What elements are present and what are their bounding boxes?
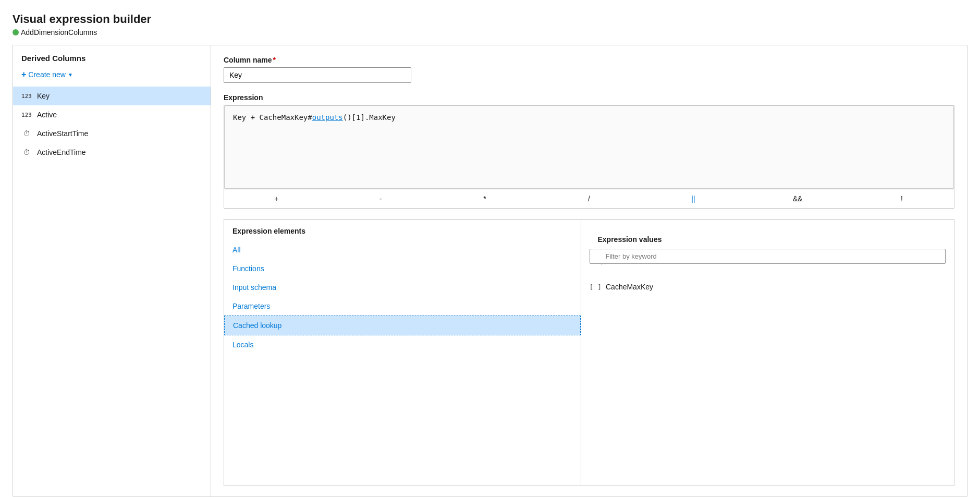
expression-box[interactable]: Key + CacheMaxKey#outputs()[1].MaxKey <box>224 105 954 189</box>
elem-item-input-schema[interactable]: Input schema <box>224 278 581 297</box>
sidebar-label-key: Key <box>37 92 50 100</box>
elem-item-cached-lookup[interactable]: Cached lookup <box>224 316 581 335</box>
expression-elements-title: Expression elements <box>224 220 581 240</box>
app-container: Visual expression builder AddDimensionCo… <box>0 0 980 497</box>
elem-item-parameters[interactable]: Parameters <box>224 297 581 316</box>
chevron-down-icon: ▼ <box>68 72 73 78</box>
expression-values-title: Expression values <box>590 228 946 249</box>
values-label-cachemaxkey: CacheMaxKey <box>606 283 653 291</box>
sidebar-item-active[interactable]: 123 Active <box>13 105 211 124</box>
status-dot <box>13 29 19 35</box>
subtitle: AddDimensionColumns <box>21 28 97 37</box>
create-new-button[interactable]: + Create new ▼ <box>13 67 211 82</box>
create-new-label: Create new <box>28 70 66 79</box>
expression-text-after: ()[1].MaxKey <box>343 113 396 122</box>
column-name-label: Column name* <box>224 56 954 64</box>
sidebar-label-active: Active <box>37 111 57 119</box>
sidebar-item-activeendtime[interactable]: ⏱ ActiveEndTime <box>13 143 211 162</box>
expression-box-wrapper: Key + CacheMaxKey#outputs()[1].MaxKey <box>224 105 954 189</box>
op-multiply-button[interactable]: * <box>433 192 537 205</box>
clock-icon-activestarttime: ⏱ <box>21 129 32 138</box>
expression-text-before: Key + CacheMaxKey# <box>233 113 312 122</box>
sidebar-section-title: Derived Columns <box>13 54 211 63</box>
expression-values-panel: Expression values 🔍 [ ] CacheMaxKey <box>581 220 954 486</box>
sidebar-item-activestarttime[interactable]: ⏱ ActiveStartTime <box>13 124 211 143</box>
elem-item-all[interactable]: All <box>224 240 581 259</box>
values-item-cachemaxkey[interactable]: [ ] CacheMaxKey <box>590 278 946 295</box>
elem-item-functions[interactable]: Functions <box>224 259 581 278</box>
filter-input-wrap: 🔍 <box>590 249 946 271</box>
expression-label: Expression <box>224 93 954 102</box>
page-title: Visual expression builder <box>13 13 967 26</box>
required-star: * <box>273 56 276 64</box>
array-icon: [ ] <box>590 283 602 291</box>
sidebar: Derived Columns + Create new ▼ 123 Key 1… <box>13 45 211 496</box>
main-layout: Derived Columns + Create new ▼ 123 Key 1… <box>13 45 967 497</box>
number-icon-active: 123 <box>21 112 32 118</box>
sidebar-item-key[interactable]: 123 Key <box>13 87 211 105</box>
number-icon-key: 123 <box>21 93 32 100</box>
sidebar-label-activestarttime: ActiveStartTime <box>37 129 88 138</box>
subtitle-row: AddDimensionColumns <box>13 28 967 37</box>
sidebar-label-activeendtime: ActiveEndTime <box>37 148 86 156</box>
op-plus-button[interactable]: + <box>224 192 328 205</box>
plus-icon: + <box>21 70 26 79</box>
op-divide-button[interactable]: / <box>537 192 641 205</box>
op-not-button[interactable]: ! <box>850 192 954 205</box>
expression-elements-panel: Expression elements All Functions Input … <box>224 220 581 486</box>
column-name-input[interactable] <box>224 67 411 83</box>
op-minus-button[interactable]: - <box>328 192 433 205</box>
bottom-panels: Expression elements All Functions Input … <box>224 219 954 486</box>
operator-bar: + - * / || && ! <box>224 189 954 209</box>
header: Visual expression builder AddDimensionCo… <box>13 13 967 37</box>
filter-input[interactable] <box>590 249 946 264</box>
op-and-button[interactable]: && <box>745 192 850 205</box>
content-area: Column name* Expression Key + CacheMaxKe… <box>211 45 967 496</box>
op-pipe-button[interactable]: || <box>641 192 745 205</box>
clock-icon-activeendtime: ⏱ <box>21 148 32 156</box>
elem-item-locals[interactable]: Locals <box>224 335 581 354</box>
expression-highlight: outputs <box>312 113 343 122</box>
